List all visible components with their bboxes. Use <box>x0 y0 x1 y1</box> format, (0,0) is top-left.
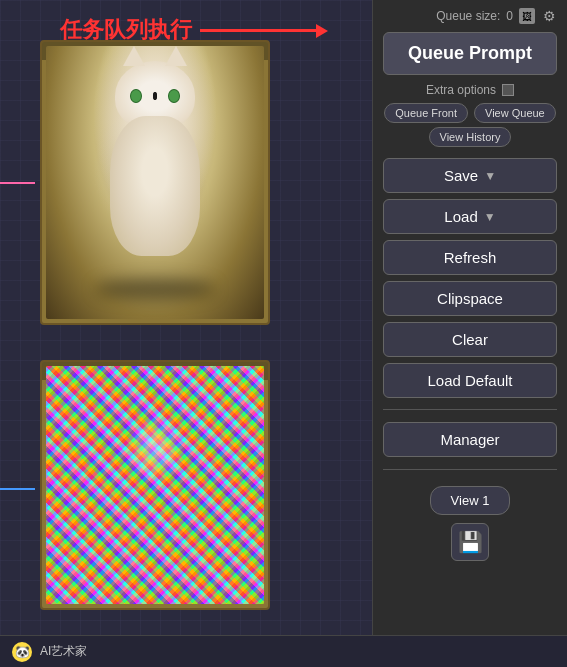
cat-colorful-image <box>46 366 264 604</box>
bottom-bar: 🐼 AI艺术家 <box>0 635 567 667</box>
sub-btn-row-1: Queue Front View Queue <box>373 103 567 123</box>
image-card-2[interactable] <box>40 360 270 610</box>
cat-eye-right <box>168 89 180 103</box>
clipspace-label: Clipspace <box>437 290 503 307</box>
canvas-area[interactable]: 任务队列执行 <box>0 0 372 667</box>
gear-icon-glyph: ⚙ <box>543 8 556 24</box>
extra-options-checkbox[interactable] <box>502 84 514 96</box>
queue-front-button[interactable]: Queue Front <box>384 103 468 123</box>
queue-size-value: 0 <box>506 9 513 23</box>
view-section: View 1 💾 <box>373 486 567 561</box>
save-button[interactable]: Save ▼ <box>383 158 557 193</box>
refresh-button[interactable]: Refresh <box>383 240 557 275</box>
divider-1 <box>383 409 557 410</box>
bottom-icon-glyph: 🐼 <box>15 645 30 659</box>
clear-button[interactable]: Clear <box>383 322 557 357</box>
history-row: View History <box>373 127 567 147</box>
clear-label: Clear <box>452 331 488 348</box>
save-icon-glyph: 💾 <box>458 530 483 554</box>
queue-prompt-label: Queue Prompt <box>408 43 532 63</box>
cat-shadow <box>95 279 215 299</box>
load-dropdown-arrow: ▼ <box>484 210 496 224</box>
queue-size-row: Queue size: 0 🖼 ⚙ <box>373 0 567 28</box>
extra-options-label: Extra options <box>426 83 496 97</box>
extra-options-row: Extra options <box>373 83 567 97</box>
load-button[interactable]: Load ▼ <box>383 199 557 234</box>
cat-realistic-image <box>46 46 264 319</box>
main-container: 任务队列执行 <box>0 0 567 667</box>
divider-2 <box>383 469 557 470</box>
bottom-icon: 🐼 <box>12 642 32 662</box>
connector-line-1 <box>0 182 35 184</box>
save-label: Save <box>444 167 478 184</box>
queue-size-label: Queue size: <box>436 9 500 23</box>
gear-icon[interactable]: ⚙ <box>541 8 557 24</box>
image-icon-glyph: 🖼 <box>522 11 532 22</box>
image-inner-2 <box>42 362 268 608</box>
bottom-text: AI艺术家 <box>40 643 87 660</box>
view-1-label: View 1 <box>451 493 490 508</box>
manager-button[interactable]: Manager <box>383 422 557 457</box>
manager-label: Manager <box>440 431 499 448</box>
load-default-button[interactable]: Load Default <box>383 363 557 398</box>
save-icon-button[interactable]: 💾 <box>451 523 489 561</box>
annotation-arrow <box>200 29 320 32</box>
cat-eye-left <box>130 89 142 103</box>
right-panel: Queue size: 0 🖼 ⚙ Queue Prompt Extra opt… <box>372 0 567 667</box>
clipspace-button[interactable]: Clipspace <box>383 281 557 316</box>
view-history-button[interactable]: View History <box>429 127 512 147</box>
cat-eyes <box>130 89 180 103</box>
refresh-label: Refresh <box>444 249 497 266</box>
connector-line-2 <box>0 488 35 490</box>
image-card-1[interactable] <box>40 40 270 325</box>
load-default-label: Load Default <box>427 372 512 389</box>
save-dropdown-arrow: ▼ <box>484 169 496 183</box>
image-icon[interactable]: 🖼 <box>519 8 535 24</box>
queue-prompt-button[interactable]: Queue Prompt <box>383 32 557 75</box>
view-1-button[interactable]: View 1 <box>430 486 511 515</box>
cat-body <box>110 116 200 256</box>
image-inner-1 <box>42 42 268 323</box>
load-label: Load <box>444 208 477 225</box>
view-queue-button[interactable]: View Queue <box>474 103 556 123</box>
